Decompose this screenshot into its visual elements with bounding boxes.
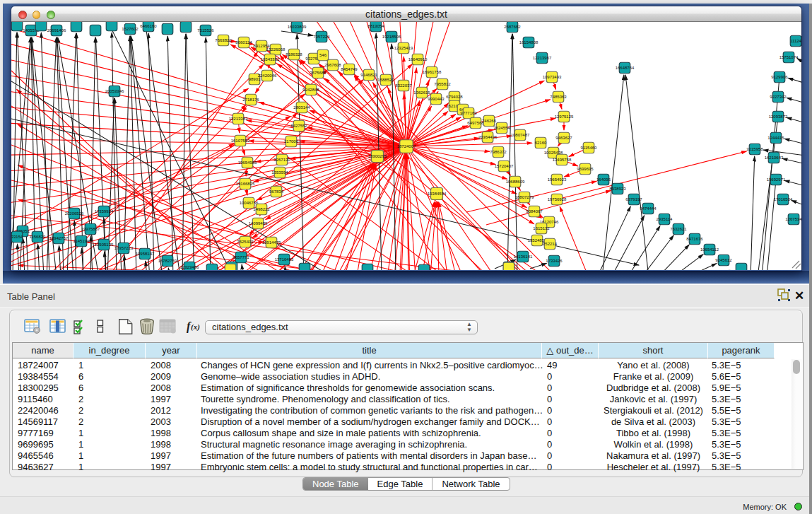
svg-text:17016504: 17016504	[774, 197, 793, 201]
svg-text:8186328: 8186328	[286, 52, 302, 57]
svg-text:8471676: 8471676	[686, 237, 703, 241]
svg-text:9699695: 9699695	[577, 167, 594, 171]
svg-text:12325419: 12325419	[394, 46, 413, 50]
svg-text:33154: 33154	[11, 235, 23, 239]
svg-text:1733426: 1733426	[546, 259, 563, 263]
svg-text:1156829: 1156829	[30, 235, 47, 239]
svg-text:9474444: 9474444	[640, 206, 657, 211]
svg-text:14099489: 14099489	[249, 221, 268, 226]
svg-text:20053346: 20053346	[105, 89, 124, 93]
svg-text:20206526: 20206526	[65, 211, 84, 216]
svg-text:9463627: 9463627	[555, 136, 572, 140]
svg-text:8322037: 8322037	[395, 83, 412, 88]
svg-text:19654923: 19654923	[548, 177, 567, 182]
svg-text:1145194: 1145194	[73, 239, 90, 243]
svg-text:9084067: 9084067	[526, 209, 543, 214]
svg-text:19166825: 19166825	[236, 182, 255, 186]
svg-text:19384554: 19384554	[428, 192, 447, 196]
svg-text:16782759: 16782759	[158, 259, 177, 263]
svg-text:10973493: 10973493	[543, 75, 562, 79]
svg-text:15751074: 15751074	[779, 55, 799, 59]
svg-text:12975125: 12975125	[555, 115, 574, 119]
svg-text:2687682: 2687682	[504, 25, 521, 29]
svg-text:16648764: 16648764	[616, 66, 635, 70]
svg-text:10688609: 10688609	[506, 180, 525, 184]
svg-text:16543362: 16543362	[261, 57, 280, 62]
svg-text:1244415: 1244415	[767, 136, 784, 140]
svg-text:10654112: 10654112	[700, 247, 719, 252]
svg-text:567834: 567834	[269, 189, 284, 194]
svg-text:10807487: 10807487	[511, 133, 530, 137]
svg-text:15692971: 15692971	[767, 177, 786, 182]
svg-text:7955812: 7955812	[434, 82, 451, 86]
svg-text:8454749: 8454749	[341, 67, 358, 71]
svg-text:19975867: 19975867	[81, 227, 100, 231]
svg-text:6379197: 6379197	[625, 197, 642, 201]
svg-text:12213383: 12213383	[229, 117, 248, 121]
svg-text:(x): (x)	[191, 322, 200, 332]
svg-text:2803144: 2803144	[293, 105, 310, 110]
svg-text:7986372: 7986372	[490, 150, 507, 154]
svg-text:2718176: 2718176	[242, 98, 259, 102]
svg-text:9146821: 9146821	[360, 73, 377, 77]
svg-text:8813054: 8813054	[367, 24, 384, 28]
svg-text:164095: 164095	[596, 177, 611, 182]
svg-text:6794028: 6794028	[446, 95, 463, 99]
svg-text:19756928: 19756928	[548, 197, 567, 201]
svg-text:3215958: 3215958	[746, 147, 763, 151]
svg-text:19218506: 19218506	[382, 35, 401, 39]
svg-text:6466160: 6466160	[140, 24, 157, 28]
svg-text:12323486: 12323486	[180, 265, 199, 269]
svg-text:20364436: 20364436	[478, 135, 498, 139]
svg-text:8938923: 8938923	[609, 187, 626, 191]
svg-text:252214: 252214	[543, 242, 558, 246]
svg-text:1362615: 1362615	[413, 90, 430, 95]
svg-text:3675685: 3675685	[310, 71, 326, 75]
svg-text:9990443: 9990443	[428, 97, 445, 101]
svg-text:3624554: 3624554	[493, 126, 510, 130]
svg-text:12505135: 12505135	[95, 243, 114, 247]
svg-text:9777169: 9777169	[460, 111, 477, 115]
svg-text:9115460: 9115460	[581, 146, 598, 150]
svg-text:18724007: 18724007	[397, 144, 416, 148]
svg-text:16210643: 16210643	[765, 156, 784, 160]
svg-text:13495758: 13495758	[553, 158, 572, 162]
svg-text:10958147: 10958147	[136, 252, 155, 256]
svg-text:19654985: 19654985	[238, 160, 257, 165]
svg-text:1588520: 1588520	[377, 78, 394, 82]
svg-text:1267534: 1267534	[785, 217, 801, 221]
svg-text:16640910: 16640910	[408, 57, 428, 62]
svg-text:9227342: 9227342	[770, 95, 787, 99]
svg-text:14136141: 14136141	[514, 255, 533, 259]
svg-text:1498222: 1498222	[253, 207, 270, 211]
svg-text:746266: 746266	[482, 119, 497, 123]
svg-text:546: 546	[319, 53, 327, 57]
svg-text:7357224: 7357224	[313, 35, 330, 39]
svg-text:12942757: 12942757	[49, 236, 69, 240]
svg-text:3267130: 3267130	[273, 158, 290, 162]
svg-text:22420046: 22420046	[258, 74, 277, 78]
svg-text:7632621: 7632621	[670, 227, 687, 231]
svg-text:8427552: 8427552	[290, 124, 307, 128]
svg-text:7663822: 7663822	[215, 38, 232, 42]
svg-text:17957223: 17957223	[114, 246, 134, 250]
svg-text:20691406: 20691406	[47, 28, 66, 33]
svg-text:13226058: 13226058	[266, 47, 286, 52]
svg-text:1353594: 1353594	[271, 170, 288, 175]
svg-text:9242848: 9242848	[302, 88, 319, 92]
svg-text:7515526: 7515526	[197, 28, 214, 33]
svg-text:12093872: 12093872	[769, 115, 788, 119]
svg-text:16107552: 16107552	[231, 139, 250, 143]
svg-text:7485063: 7485063	[550, 95, 567, 99]
svg-text:18300295: 18300295	[368, 154, 387, 158]
svg-text:13716485: 13716485	[275, 257, 294, 262]
svg-text:11124: 11124	[790, 39, 801, 43]
svg-text:7625402: 7625402	[237, 240, 254, 244]
svg-text:62160: 62160	[535, 141, 547, 145]
svg-text:1527602: 1527602	[122, 27, 139, 31]
svg-text:16961758: 16961758	[423, 70, 442, 74]
svg-text:9245612: 9245612	[715, 258, 732, 262]
svg-text:16033809: 16033809	[288, 25, 307, 29]
svg-text:9657771: 9657771	[233, 255, 249, 259]
svg-text:1615132: 1615132	[533, 226, 550, 230]
